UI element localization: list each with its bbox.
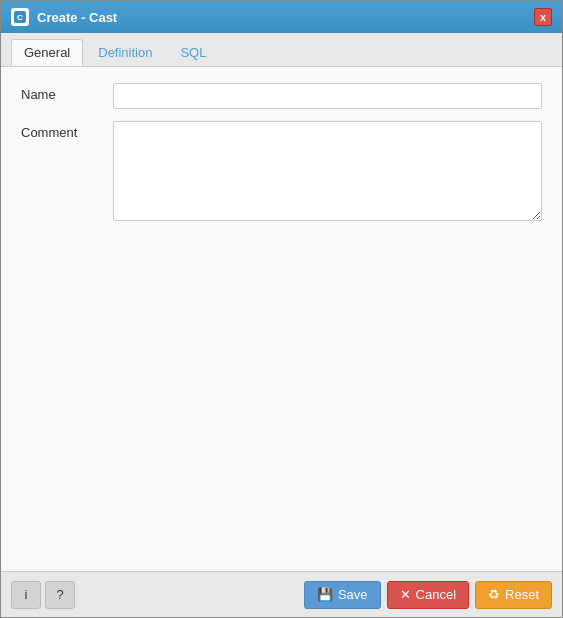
tab-bar: General Definition SQL xyxy=(1,33,562,67)
footer-right-buttons: 💾 Save ✕ Cancel ♻ Reset xyxy=(304,581,552,609)
tab-definition[interactable]: Definition xyxy=(85,39,165,66)
name-input[interactable] xyxy=(113,83,542,109)
footer-left-buttons: i ? xyxy=(11,581,75,609)
svg-text:C: C xyxy=(17,13,23,22)
name-label: Name xyxy=(21,83,101,102)
cancel-button[interactable]: ✕ Cancel xyxy=(387,581,469,609)
footer: i ? 💾 Save ✕ Cancel ♻ Reset xyxy=(1,571,562,617)
save-label: Save xyxy=(338,587,368,602)
comment-input[interactable] xyxy=(113,121,542,221)
cancel-label: Cancel xyxy=(416,587,456,602)
info-button[interactable]: i xyxy=(11,581,41,609)
window-title: Create - Cast xyxy=(37,10,117,25)
close-button[interactable]: x xyxy=(534,8,552,26)
comment-label: Comment xyxy=(21,121,101,140)
reset-button[interactable]: ♻ Reset xyxy=(475,581,552,609)
dialog-create-cast: C Create - Cast x General Definition SQL… xyxy=(0,0,563,618)
title-bar: C Create - Cast x xyxy=(1,1,562,33)
reset-icon: ♻ xyxy=(488,587,500,602)
tab-sql[interactable]: SQL xyxy=(167,39,219,66)
cancel-icon: ✕ xyxy=(400,587,411,602)
tab-general[interactable]: General xyxy=(11,39,83,66)
tab-content-general: Name Comment xyxy=(1,67,562,571)
title-bar-left: C Create - Cast xyxy=(11,8,117,26)
content-spacer xyxy=(21,233,542,555)
reset-label: Reset xyxy=(505,587,539,602)
help-button[interactable]: ? xyxy=(45,581,75,609)
comment-row: Comment xyxy=(21,121,542,221)
save-icon: 💾 xyxy=(317,587,333,602)
app-icon: C xyxy=(11,8,29,26)
name-row: Name xyxy=(21,83,542,109)
save-button[interactable]: 💾 Save xyxy=(304,581,381,609)
